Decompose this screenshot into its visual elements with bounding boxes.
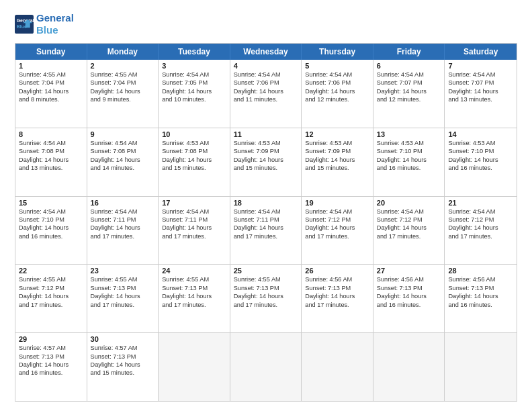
cell-info-line: and 11 minutes. [234,95,298,103]
cell-info-line: Sunset: 7:13 PM [19,353,83,361]
cal-cell-w5-d1: 29Sunrise: 4:57 AMSunset: 7:13 PMDayligh… [15,333,87,401]
header-friday: Friday [373,44,445,60]
day-number: 12 [305,130,369,138]
cal-cell-w3-d3: 17Sunrise: 4:54 AMSunset: 7:11 PMDayligh… [159,197,230,265]
cell-info-line: and 17 minutes. [19,301,83,309]
cell-info-line: Daylight: 14 hours [19,224,83,232]
cell-info-line: and 17 minutes. [234,232,298,240]
cell-info-line: Sunrise: 4:56 AM [305,275,369,283]
cell-info-line: Sunrise: 4:55 AM [19,71,83,79]
cell-info-line: Sunset: 7:08 PM [162,147,226,155]
cell-info-line: and 16 minutes. [377,301,441,309]
cell-info-line: Sunrise: 4:53 AM [162,139,226,147]
day-number: 7 [448,62,513,70]
cell-info-line: Daylight: 14 hours [162,292,226,300]
cal-cell-w5-d2: 30Sunrise: 4:57 AMSunset: 7:13 PMDayligh… [87,333,159,401]
cell-info-line: and 17 minutes. [448,232,513,240]
cell-info-line: Daylight: 14 hours [377,292,441,300]
cell-info-line: Sunset: 7:07 PM [377,79,441,87]
cell-info-line: Sunset: 7:13 PM [305,284,369,292]
cell-info-line: and 16 minutes. [19,232,83,240]
calendar-header: Sunday Monday Tuesday Wednesday Thursday… [15,44,517,60]
cell-info-line: Daylight: 14 hours [377,87,441,95]
cell-info-line: and 17 minutes. [234,301,298,309]
cell-info-line: Sunset: 7:11 PM [234,216,298,224]
cal-cell-w1-d1: 1Sunrise: 4:55 AMSunset: 7:04 PMDaylight… [15,60,87,128]
cell-info-line: and 15 minutes. [162,164,226,172]
cell-info-line: Sunset: 7:13 PM [91,353,155,361]
cal-cell-w3-d1: 15Sunrise: 4:54 AMSunset: 7:10 PMDayligh… [15,197,87,265]
cell-info-line: and 12 minutes. [305,95,369,103]
cal-cell-w1-d6: 6Sunrise: 4:54 AMSunset: 7:07 PMDaylight… [373,60,445,128]
cell-info-line: Sunrise: 4:55 AM [19,275,83,283]
cell-info-line: and 10 minutes. [162,95,226,103]
cal-cell-w3-d6: 20Sunrise: 4:54 AMSunset: 7:12 PMDayligh… [373,197,445,265]
cell-info-line: Sunrise: 4:54 AM [162,71,226,79]
day-number: 8 [19,130,83,138]
cal-cell-w5-d3 [159,333,230,401]
cell-info-line: Daylight: 14 hours [448,224,513,232]
cell-info-line: Sunset: 7:10 PM [377,147,441,155]
cell-info-line: Sunset: 7:13 PM [377,284,441,292]
cal-cell-w2-d6: 13Sunrise: 4:53 AMSunset: 7:10 PMDayligh… [373,128,445,196]
cal-cell-w2-d5: 12Sunrise: 4:53 AMSunset: 7:09 PMDayligh… [302,128,373,196]
cell-info-line: Sunset: 7:08 PM [91,147,155,155]
cell-info-line: and 15 minutes. [234,164,298,172]
cell-info-line: Daylight: 14 hours [91,224,155,232]
cal-cell-w4-d3: 24Sunrise: 4:55 AMSunset: 7:13 PMDayligh… [159,265,230,332]
calendar-week-1: 1Sunrise: 4:55 AMSunset: 7:04 PMDaylight… [15,60,517,128]
header-saturday: Saturday [445,44,517,60]
cell-info-line: Sunrise: 4:55 AM [162,275,226,283]
cell-info-line: Daylight: 14 hours [234,156,298,164]
cell-info-line: Sunset: 7:08 PM [19,147,83,155]
calendar-week-4: 22Sunrise: 4:55 AMSunset: 7:12 PMDayligh… [15,265,517,333]
cell-info-line: Daylight: 14 hours [91,87,155,95]
cell-info-line: Sunrise: 4:53 AM [234,139,298,147]
cell-info-line: Sunset: 7:06 PM [234,79,298,87]
cal-cell-w4-d7: 28Sunrise: 4:56 AMSunset: 7:13 PMDayligh… [445,265,517,332]
cell-info-line: Sunset: 7:12 PM [305,216,369,224]
cal-cell-w5-d4 [230,333,302,401]
cell-info-line: Sunrise: 4:55 AM [234,275,298,283]
cell-info-line: Sunset: 7:04 PM [91,79,155,87]
header-sunday: Sunday [15,44,87,60]
cell-info-line: Sunrise: 4:54 AM [19,139,83,147]
cell-info-line: Sunrise: 4:54 AM [91,208,155,216]
logo-text: GeneralBlue [36,12,74,36]
cell-info-line: Sunrise: 4:54 AM [234,71,298,79]
cell-info-line: Sunset: 7:13 PM [91,284,155,292]
cell-info-line: and 9 minutes. [91,95,155,103]
cal-cell-w2-d1: 8Sunrise: 4:54 AMSunset: 7:08 PMDaylight… [15,128,87,196]
cell-info-line: Sunset: 7:11 PM [91,216,155,224]
cell-info-line: Sunrise: 4:56 AM [448,275,513,283]
cell-info-line: Daylight: 14 hours [448,87,513,95]
day-number: 2 [91,62,155,70]
cell-info-line: Sunrise: 4:55 AM [91,71,155,79]
cell-info-line: Sunrise: 4:57 AM [19,344,83,352]
cell-info-line: Daylight: 14 hours [91,156,155,164]
cell-info-line: Sunrise: 4:55 AM [91,275,155,283]
cal-cell-w5-d7 [445,333,517,401]
cell-info-line: Sunrise: 4:54 AM [448,71,513,79]
cell-info-line: Daylight: 14 hours [234,292,298,300]
cell-info-line: and 16 minutes. [377,164,441,172]
cell-info-line: Sunset: 7:13 PM [448,284,513,292]
day-number: 6 [377,62,441,70]
cell-info-line: and 13 minutes. [19,164,83,172]
cell-info-line: Daylight: 14 hours [19,361,83,369]
cal-cell-w3-d5: 19Sunrise: 4:54 AMSunset: 7:12 PMDayligh… [302,197,373,265]
cell-info-line: Daylight: 14 hours [305,292,369,300]
cell-info-line: Sunset: 7:13 PM [234,284,298,292]
cal-cell-w2-d3: 10Sunrise: 4:53 AMSunset: 7:08 PMDayligh… [159,128,230,196]
calendar: Sunday Monday Tuesday Wednesday Thursday… [15,43,517,402]
cell-info-line: Daylight: 14 hours [91,292,155,300]
cell-info-line: Sunrise: 4:54 AM [448,208,513,216]
cell-info-line: Sunset: 7:12 PM [448,216,513,224]
cell-info-line: Daylight: 14 hours [448,292,513,300]
cal-cell-w4-d1: 22Sunrise: 4:55 AMSunset: 7:12 PMDayligh… [15,265,87,332]
cell-info-line: Sunrise: 4:54 AM [377,71,441,79]
day-number: 24 [162,267,226,275]
cell-info-line: Sunrise: 4:54 AM [377,208,441,216]
header-monday: Monday [87,44,159,60]
day-number: 28 [448,267,513,275]
